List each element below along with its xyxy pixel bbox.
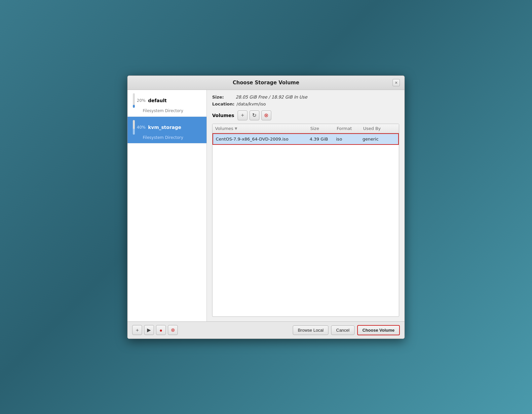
add-pool-button[interactable]: ＋ (132, 325, 142, 335)
storage-pool-item-kvm-storage[interactable]: 40% kvm_storage Filesystem Directory (128, 117, 207, 144)
cell-format: iso (336, 137, 362, 142)
choose-volume-button[interactable]: Choose Volume (357, 325, 400, 335)
table-row[interactable]: CentOS-7.9-x86_64-DVD-2009.iso 4.39 GiB … (212, 133, 399, 145)
storage-pool-name-kvm: kvm_storage (148, 125, 181, 130)
cancel-button[interactable]: Cancel (331, 325, 354, 335)
storage-pool-type-kvm: Filesystem Directory (132, 135, 203, 140)
refresh-button[interactable]: ↻ (249, 110, 259, 120)
usage-bar-kvm (133, 120, 135, 135)
storage-pool-name-default: default (148, 98, 167, 103)
footer-right: Browse Local Cancel Choose Volume (293, 325, 400, 335)
delete-volume-button[interactable]: ⊗ (261, 110, 271, 120)
record-button[interactable]: ● (156, 325, 166, 335)
cell-used-by: generic (362, 137, 396, 142)
sort-arrow-icon: ▼ (235, 127, 237, 130)
add-volume-button[interactable]: ＋ (238, 110, 247, 120)
size-value: 28.05 GiB Free / 18.92 GiB In Use (236, 95, 307, 100)
location-label: Location: (212, 102, 235, 106)
storage-pool-list: 20% default Filesystem Directory 40% kvm… (128, 90, 207, 321)
volumes-table: Volumes ▼ Size Format Used By CentOS-7.9… (212, 124, 399, 317)
storage-pool-pct-kvm: 40% (137, 125, 146, 130)
column-header-size: Size (310, 126, 337, 131)
size-info-row: Size: 28.05 GiB Free / 18.92 GiB In Use (212, 95, 399, 100)
dialog-footer: ＋ ▶ ● ⊗ Browse Local Cancel Choose Volum… (128, 321, 404, 339)
right-panel: Size: 28.05 GiB Free / 18.92 GiB In Use … (207, 90, 404, 321)
location-value: /data/kvm/iso (237, 102, 266, 106)
location-info-row: Location: /data/kvm/iso (212, 102, 399, 106)
table-header: Volumes ▼ Size Format Used By (212, 124, 399, 133)
volumes-label: Volumes (212, 113, 234, 118)
column-header-volumes[interactable]: Volumes ▼ (215, 126, 310, 131)
cell-size: 4.39 GiB (310, 137, 336, 142)
cell-name: CentOS-7.9-x86_64-DVD-2009.iso (216, 137, 310, 142)
storage-pool-type-default: Filesystem Directory (132, 108, 203, 113)
dialog-body: 20% default Filesystem Directory 40% kvm… (128, 90, 404, 321)
usage-bar-fill-kvm (133, 129, 135, 135)
storage-pool-item-default[interactable]: 20% default Filesystem Directory (128, 90, 207, 117)
play-button[interactable]: ▶ (144, 325, 154, 335)
browse-local-button[interactable]: Browse Local (293, 325, 328, 335)
column-header-format: Format (337, 126, 363, 131)
storage-pool-pct-default: 20% (137, 98, 146, 103)
stop-button[interactable]: ⊗ (168, 325, 178, 335)
table-body: CentOS-7.9-x86_64-DVD-2009.iso 4.39 GiB … (212, 133, 399, 145)
size-label: Size: (212, 95, 234, 100)
title-bar: Choose Storage Volume × (128, 76, 404, 90)
usage-bar-fill-default (133, 105, 135, 108)
footer-left: ＋ ▶ ● ⊗ (132, 325, 178, 335)
choose-storage-volume-dialog: Choose Storage Volume × 20% default File… (127, 75, 405, 339)
close-button[interactable]: × (393, 79, 400, 86)
dialog-title: Choose Storage Volume (139, 80, 393, 86)
volumes-toolbar: Volumes ＋ ↻ ⊗ (212, 110, 399, 120)
column-header-used-by: Used By (363, 126, 396, 131)
usage-bar-default (133, 93, 135, 108)
